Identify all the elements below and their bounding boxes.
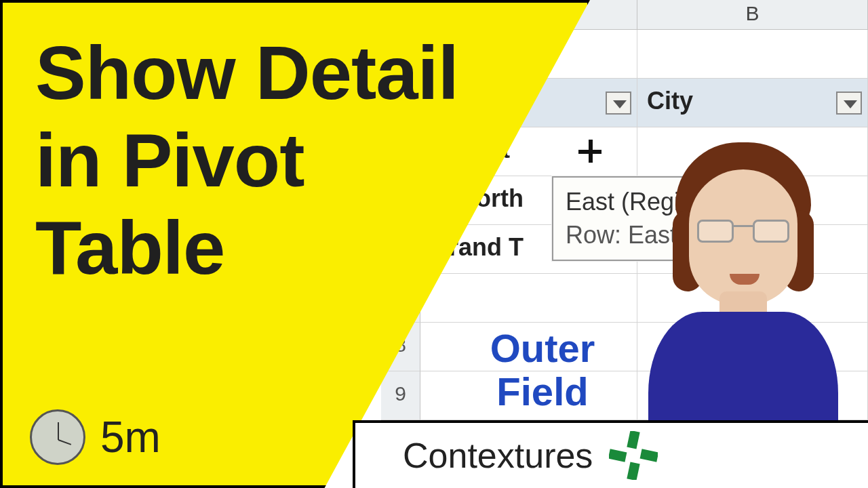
- pivot-field-city[interactable]: City: [637, 79, 868, 127]
- dropdown-icon[interactable]: [606, 92, 631, 115]
- brand-name: Contextures: [403, 435, 593, 476]
- brand-bar: Contextures: [353, 420, 868, 488]
- clock-icon: [30, 409, 85, 465]
- thumbnail-title: Show Detail in Pivot Table: [35, 30, 458, 291]
- duration-text: 5m: [100, 412, 161, 462]
- svg-rect-0: [627, 431, 640, 449]
- svg-rect-1: [627, 462, 640, 480]
- presenter-photo: [635, 176, 852, 420]
- svg-rect-2: [609, 449, 627, 462]
- duration-badge: 5m: [30, 409, 161, 465]
- svg-rect-3: [640, 449, 658, 462]
- cell-empty[interactable]: [420, 274, 637, 322]
- row-header-9[interactable]: 9: [381, 371, 420, 420]
- annotation-outer-field: Outer Field: [468, 327, 617, 413]
- brand-logo-icon: [609, 431, 658, 480]
- dropdown-icon[interactable]: [836, 92, 862, 115]
- move-cursor-icon: [578, 140, 601, 163]
- field-label: City: [647, 87, 693, 115]
- col-header-B[interactable]: B: [637, 0, 868, 29]
- cell-empty[interactable]: [637, 30, 868, 78]
